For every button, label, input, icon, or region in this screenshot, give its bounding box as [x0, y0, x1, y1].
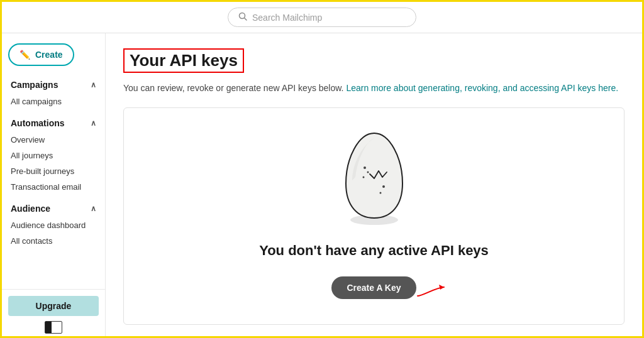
- sidebar-section-audience[interactable]: Audience ∧: [2, 200, 105, 217]
- top-bar: Search Mailchimp: [2, 2, 642, 33]
- upgrade-button[interactable]: Upgrade: [8, 296, 99, 316]
- chevron-up-icon: ∧: [91, 80, 96, 89]
- sidebar-content: ✏️ Create Campaigns ∧ All campaigns Auto…: [2, 33, 105, 289]
- chevron-up-icon-3: ∧: [91, 204, 96, 213]
- sidebar-item-prebuilt-journeys[interactable]: Pre-built journeys: [2, 163, 105, 179]
- create-key-button[interactable]: Create A Key: [331, 276, 416, 299]
- chevron-up-icon-2: ∧: [91, 119, 96, 128]
- sidebar-item-overview[interactable]: Overview: [2, 132, 105, 148]
- svg-point-5: [362, 177, 364, 178]
- main-content: Your API keys You can review, revoke or …: [106, 33, 642, 338]
- create-label: Create: [35, 50, 63, 60]
- sidebar-section-automations[interactable]: Automations ∧: [2, 114, 105, 132]
- learn-more-link[interactable]: Learn more about generating, revoking, a…: [346, 83, 618, 93]
- svg-point-3: [364, 166, 366, 169]
- sidebar: ✏️ Create Campaigns ∧ All campaigns Auto…: [2, 33, 106, 338]
- sidebar-item-transactional-email[interactable]: Transactional email: [2, 179, 105, 195]
- layout: ✏️ Create Campaigns ∧ All campaigns Auto…: [2, 33, 642, 338]
- campaigns-title: Campaigns: [11, 80, 58, 90]
- page-title-highlight: Your API keys: [123, 48, 244, 73]
- svg-line-1: [245, 18, 247, 21]
- search-bar[interactable]: Search Mailchimp: [228, 8, 416, 27]
- sidebar-item-all-campaigns[interactable]: All campaigns: [2, 94, 105, 109]
- svg-point-4: [367, 172, 369, 173]
- create-button[interactable]: ✏️ Create: [8, 43, 74, 66]
- svg-point-6: [382, 185, 385, 188]
- sidebar-item-all-contacts[interactable]: All contacts: [2, 233, 105, 249]
- page-title: Your API keys: [130, 51, 238, 70]
- pencil-icon: ✏️: [19, 50, 30, 60]
- sidebar-item-audience-dashboard[interactable]: Audience dashboard: [2, 217, 105, 233]
- egg-illustration: [333, 127, 415, 227]
- empty-state-card: You don't have any active API keys Creat…: [123, 107, 625, 325]
- search-placeholder: Search Mailchimp: [252, 13, 322, 23]
- panel-toggle-icon[interactable]: [45, 321, 62, 334]
- create-key-container: Create A Key: [331, 276, 416, 299]
- description-paragraph: You can review, revoke or generate new A…: [123, 82, 625, 95]
- empty-state-title: You don't have any active API keys: [259, 243, 489, 259]
- sidebar-item-all-journeys[interactable]: All journeys: [2, 148, 105, 163]
- red-arrow-icon: [416, 278, 448, 297]
- sidebar-section-campaigns[interactable]: Campaigns ∧: [2, 76, 105, 94]
- automations-title: Automations: [11, 118, 65, 128]
- svg-marker-8: [439, 285, 444, 290]
- svg-point-7: [379, 192, 381, 194]
- sidebar-bottom: Upgrade: [2, 289, 105, 338]
- audience-title: Audience: [11, 204, 50, 214]
- search-icon: [238, 12, 247, 23]
